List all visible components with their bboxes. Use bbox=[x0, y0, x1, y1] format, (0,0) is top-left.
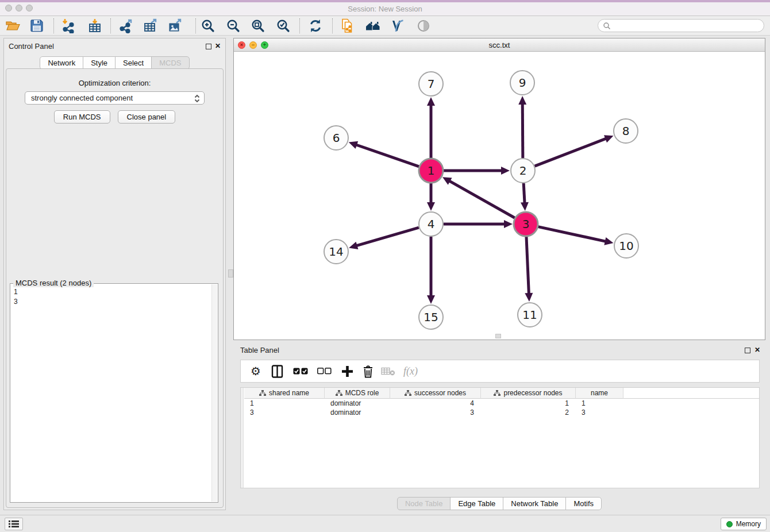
tab-mcds[interactable]: MCDS bbox=[151, 56, 189, 70]
cell-name[interactable]: 3 bbox=[576, 408, 623, 417]
column-header-name[interactable]: name bbox=[576, 388, 623, 399]
delete-column-button[interactable] bbox=[363, 363, 374, 380]
graph-edge-arrow[interactable] bbox=[349, 141, 358, 149]
graph-edge-arrow[interactable] bbox=[525, 293, 533, 302]
graph-edge-2-3[interactable] bbox=[523, 183, 525, 203]
window-titlebar: Session: New Session bbox=[0, 0, 770, 16]
graph-edge-2-9[interactable] bbox=[522, 103, 523, 158]
import-table-button[interactable] bbox=[86, 18, 103, 34]
cell-predecessor-nodes[interactable]: 1 bbox=[481, 399, 576, 408]
column-header-mcds-role[interactable]: MCDS role bbox=[325, 388, 390, 399]
table-tab-edge-table[interactable]: Edge Table bbox=[450, 497, 503, 510]
float-panel-icon[interactable] bbox=[745, 348, 750, 353]
table-tab-motifs[interactable]: Motifs bbox=[565, 497, 602, 510]
select-all-columns-button[interactable] bbox=[293, 363, 309, 380]
export-table-button[interactable] bbox=[142, 18, 159, 34]
cell-shared-name[interactable]: 3 bbox=[244, 408, 325, 417]
tab-style[interactable]: Style bbox=[83, 56, 116, 70]
close-panel-icon[interactable]: ✕ bbox=[754, 346, 760, 354]
close-panel-button[interactable]: Close panel bbox=[118, 110, 176, 124]
column-header-shared-name[interactable]: shared name bbox=[244, 388, 325, 399]
task-history-button[interactable] bbox=[5, 518, 23, 530]
graph-edge-arrow[interactable] bbox=[349, 242, 358, 249]
open-session-button[interactable] bbox=[4, 18, 21, 34]
zoom-fit-button[interactable] bbox=[249, 18, 267, 34]
mcds-result-box: MCDS result (2 nodes) 1 3 bbox=[10, 283, 218, 503]
split-divider-handle[interactable] bbox=[228, 269, 233, 277]
show-column-panel-button[interactable] bbox=[271, 363, 284, 380]
clone-network-button[interactable] bbox=[338, 18, 356, 34]
column-header-successor-nodes[interactable]: successor nodes bbox=[390, 388, 481, 399]
mcds-result-scrollbar[interactable] bbox=[211, 284, 217, 502]
cell-mcds-role[interactable]: dominator bbox=[325, 408, 390, 417]
graph-edge-3-11[interactable] bbox=[526, 237, 529, 294]
home-view-button[interactable] bbox=[364, 18, 382, 34]
eye-icon bbox=[416, 18, 431, 33]
save-session-button[interactable] bbox=[28, 18, 45, 34]
status-bar: Memory bbox=[0, 515, 770, 532]
zoom-in-icon bbox=[201, 18, 215, 33]
function-builder-button[interactable]: f(x) bbox=[403, 363, 418, 380]
network-canvas[interactable]: 7968124314101511 bbox=[234, 52, 765, 340]
table-settings-button[interactable]: ⚙ bbox=[249, 363, 263, 380]
table-row[interactable]: 3dominator323 bbox=[244, 408, 759, 417]
tab-network[interactable]: Network bbox=[40, 56, 83, 70]
graph-edge-3-1[interactable] bbox=[449, 181, 514, 218]
search-field[interactable] bbox=[598, 19, 764, 32]
create-column-button[interactable] bbox=[341, 363, 353, 380]
graph-edge-4-14[interactable] bbox=[356, 228, 419, 246]
graph-edge-2-8[interactable] bbox=[535, 138, 607, 166]
delete-table-button[interactable] bbox=[381, 363, 395, 380]
cell-successor-nodes[interactable]: 4 bbox=[390, 399, 481, 408]
import-network-button[interactable] bbox=[60, 18, 77, 34]
float-panel-icon[interactable] bbox=[206, 44, 211, 49]
zoom-fit-icon bbox=[251, 18, 265, 33]
mcds-panel: Optimization criterion: strongly connect… bbox=[6, 68, 224, 508]
trash-icon bbox=[363, 365, 374, 378]
close-panel-icon[interactable]: ✕ bbox=[215, 42, 221, 50]
table-header-row: shared nameMCDS rolesuccessor nodesprede… bbox=[244, 388, 759, 399]
table-tab-node-table[interactable]: Node Table bbox=[397, 497, 451, 510]
cell-predecessor-nodes[interactable]: 2 bbox=[481, 408, 576, 417]
network-window-titlebar[interactable]: × − + scc.txt bbox=[234, 38, 765, 52]
cell-shared-name[interactable]: 1 bbox=[244, 399, 325, 408]
export-image-button[interactable] bbox=[167, 18, 184, 34]
graph-edge-arrow[interactable] bbox=[427, 295, 435, 304]
optimization-criterion-select[interactable]: strongly connected component bbox=[25, 91, 205, 105]
graph-edge-arrow[interactable] bbox=[427, 97, 435, 106]
graph-edge-arrow[interactable] bbox=[501, 167, 510, 175]
graph-edge-arrow[interactable] bbox=[604, 237, 613, 245]
run-mcds-button[interactable]: Run MCDS bbox=[54, 110, 110, 124]
mcds-result-text: 1 3 bbox=[11, 285, 210, 501]
zoom-selected-button[interactable] bbox=[275, 18, 292, 34]
show-graphics-button[interactable] bbox=[415, 18, 432, 34]
refresh-icon bbox=[308, 18, 323, 33]
table-tab-network-table[interactable]: Network Table bbox=[503, 497, 566, 510]
export-network-button[interactable] bbox=[117, 18, 134, 34]
column-header-predecessor-nodes[interactable]: predecessor nodes bbox=[481, 388, 576, 399]
hide-graphics-button[interactable] bbox=[389, 18, 406, 34]
search-input[interactable] bbox=[614, 21, 764, 31]
table-row[interactable]: 1dominator411 bbox=[244, 399, 759, 408]
tab-select[interactable]: Select bbox=[115, 56, 152, 70]
graph-edge-arrow[interactable] bbox=[504, 220, 513, 228]
zoom-in-button[interactable] bbox=[199, 18, 217, 34]
zoom-out-icon bbox=[226, 18, 241, 33]
cell-name[interactable]: 1 bbox=[576, 399, 623, 408]
refresh-button[interactable] bbox=[307, 18, 324, 34]
export-image-icon bbox=[168, 18, 183, 33]
cell-successor-nodes[interactable]: 3 bbox=[390, 408, 481, 417]
column-header-filler bbox=[623, 388, 759, 399]
memory-button[interactable]: Memory bbox=[721, 518, 767, 530]
canvas-scrollbar-thumb[interactable] bbox=[495, 334, 501, 338]
graph-edge-1-6[interactable] bbox=[356, 145, 419, 167]
graph-edge-3-10[interactable] bbox=[538, 227, 606, 242]
graph-node-label-8: 8 bbox=[622, 124, 630, 138]
graph-edge-arrow[interactable] bbox=[518, 96, 526, 105]
cell-mcds-role[interactable]: dominator bbox=[325, 399, 390, 408]
graph-node-label-6: 6 bbox=[333, 131, 340, 145]
graph-edge-arrow[interactable] bbox=[427, 202, 435, 211]
zoom-out-button[interactable] bbox=[225, 18, 242, 34]
unselect-all-columns-button[interactable] bbox=[317, 363, 332, 380]
graph-edge-arrow[interactable] bbox=[521, 202, 529, 211]
